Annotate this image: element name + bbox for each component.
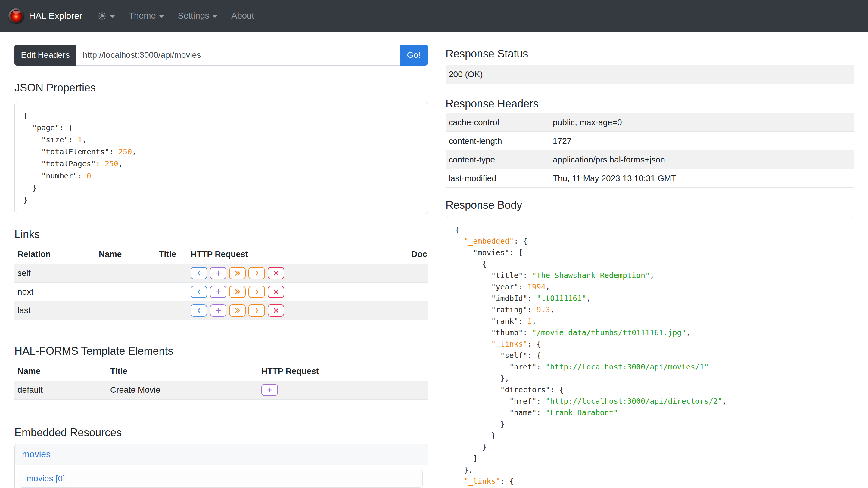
response-status-table: 200 (OK): [445, 65, 855, 84]
embedded-resources-heading: Embedded Resources: [14, 426, 428, 439]
chevron-down-icon: [213, 15, 217, 18]
column-header-relation: Relation: [14, 245, 96, 264]
double-chevron-right-icon: [234, 288, 242, 296]
edit-headers-button[interactable]: Edit Headers: [14, 44, 76, 66]
movies-group-link[interactable]: movies: [22, 449, 51, 459]
plus-icon: [214, 288, 222, 296]
header-name: last-modified: [445, 169, 550, 188]
url-input[interactable]: [76, 44, 400, 66]
column-header-http-request: HTTP Request: [191, 245, 408, 264]
get-request-button[interactable]: [191, 286, 207, 298]
nav-item-label: About: [231, 11, 254, 21]
theme-mode-dropdown[interactable]: [91, 11, 122, 21]
json-properties-heading: JSON Properties: [14, 81, 428, 94]
http-request-buttons: [191, 264, 408, 283]
delete-request-button[interactable]: [268, 267, 284, 279]
status-value: 200 (OK): [445, 65, 855, 84]
title-cell: [156, 301, 191, 320]
go-button[interactable]: Go!: [400, 44, 428, 66]
patch-request-button[interactable]: [248, 267, 265, 279]
double-chevron-right-icon: [234, 269, 242, 277]
links-table: Relation Name Title HTTP Request Doc sel…: [14, 245, 428, 320]
relation-cell: self: [14, 264, 96, 283]
doc-cell: [408, 301, 428, 320]
name-cell: [96, 283, 156, 301]
post-request-button[interactable]: [210, 267, 226, 279]
link-row-last: last: [14, 301, 428, 320]
chevron-right-icon: [253, 288, 261, 296]
request-bar: Edit Headers Go!: [14, 44, 428, 66]
response-body-card: { "_embedded": { "movies": [ { "title": …: [445, 216, 855, 488]
delete-request-button[interactable]: [268, 286, 284, 298]
column-header-title: Title: [107, 362, 258, 381]
navbar: HAL Explorer Theme Settings About: [0, 0, 868, 32]
get-request-button[interactable]: [191, 304, 207, 317]
table-row: cache-control public, max-age=0: [445, 113, 855, 132]
header-name: content-type: [445, 151, 550, 169]
put-request-button[interactable]: [229, 304, 246, 317]
name-cell: [96, 264, 156, 283]
json-properties-card: { "page": { "size": 1, "totalElements": …: [14, 102, 428, 214]
plus-icon: [214, 269, 222, 277]
column-header-doc: Doc: [408, 245, 428, 264]
sun-icon: [97, 11, 106, 21]
list-item: movies [0]: [20, 470, 423, 488]
put-request-button[interactable]: [229, 286, 246, 298]
hal9000-logo-icon: [8, 8, 24, 24]
delete-request-button[interactable]: [268, 304, 284, 317]
x-icon: [272, 288, 280, 296]
put-request-button[interactable]: [229, 267, 246, 279]
chevron-down-icon: [159, 15, 164, 18]
links-heading: Links: [14, 228, 428, 241]
chevron-left-icon: [195, 306, 203, 315]
link-row-self: self: [14, 264, 428, 283]
http-request-buttons: [191, 301, 408, 320]
name-cell: [96, 301, 156, 320]
hal-forms-table: Name Title HTTP Request default Create M…: [14, 362, 428, 399]
json-properties-code: { "page": { "size": 1, "totalElements": …: [23, 110, 419, 206]
table-row: 200 (OK): [445, 65, 855, 84]
column-header-name: Name: [14, 362, 107, 381]
header-value: application/prs.hal-forms+json: [550, 151, 855, 169]
hal-forms-row-default: default Create Movie: [14, 381, 428, 399]
relation-cell: last: [14, 301, 96, 320]
post-request-button[interactable]: [210, 304, 226, 317]
relation-cell: next: [14, 283, 96, 301]
response-body-code: { "_embedded": { "movies": [ { "title": …: [455, 224, 845, 487]
nav-item-theme[interactable]: Theme: [122, 11, 171, 21]
header-name: cache-control: [445, 113, 550, 132]
embedded-group-body: movies [0]: [15, 465, 428, 488]
x-icon: [272, 306, 280, 315]
nav-item-about[interactable]: About: [224, 11, 261, 21]
get-request-button[interactable]: [191, 267, 207, 279]
header-value: Thu, 11 May 2023 13:10:31 GMT: [550, 169, 855, 188]
header-name: content-length: [445, 132, 550, 151]
brand[interactable]: HAL Explorer: [8, 8, 82, 24]
table-row: content-length 1727: [445, 132, 855, 151]
column-header-name: Name: [96, 245, 156, 264]
movies-item-link[interactable]: movies [0]: [27, 474, 65, 483]
embedded-group-header: movies: [15, 444, 428, 465]
chevron-left-icon: [195, 269, 203, 277]
post-request-button[interactable]: [261, 384, 278, 396]
patch-request-button[interactable]: [248, 304, 265, 317]
post-request-button[interactable]: [210, 286, 226, 298]
header-value: public, max-age=0: [550, 113, 855, 132]
chevron-left-icon: [195, 288, 203, 296]
nav-item-settings[interactable]: Settings: [171, 11, 225, 21]
chevron-right-icon: [253, 306, 261, 315]
chevron-down-icon: [110, 15, 115, 18]
doc-cell: [408, 283, 428, 301]
brand-title: HAL Explorer: [29, 11, 82, 21]
table-row: content-type application/prs.hal-forms+j…: [445, 151, 855, 169]
response-status-heading: Response Status: [445, 47, 855, 60]
x-icon: [272, 269, 280, 277]
response-body-heading: Response Body: [445, 199, 855, 212]
nav-item-label: Theme: [129, 11, 156, 21]
response-headers-heading: Response Headers: [445, 97, 855, 110]
title-cell: Create Movie: [107, 381, 258, 399]
http-request-buttons: [258, 381, 428, 399]
patch-request-button[interactable]: [248, 286, 265, 298]
doc-cell: [408, 264, 428, 283]
response-headers-table: cache-control public, max-age=0 content-…: [445, 113, 855, 188]
